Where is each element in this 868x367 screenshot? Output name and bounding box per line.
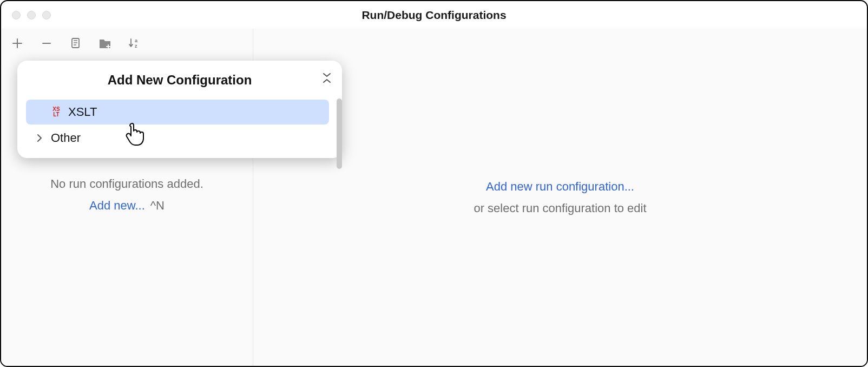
add-configuration-button[interactable] (11, 37, 24, 50)
remove-configuration-button[interactable] (40, 37, 53, 50)
sort-alpha-button[interactable]: az (128, 37, 141, 50)
select-hint-label: or select run configuration to edit (474, 201, 646, 215)
main-panel: Add new run configuration... or select r… (253, 29, 867, 366)
window-controls (1, 11, 51, 19)
popup-item-label: Other (48, 131, 81, 145)
add-new-shortcut: ^N (150, 199, 165, 213)
collapse-icon[interactable] (321, 71, 332, 87)
popup-item-label: XSLT (65, 105, 97, 119)
add-new-run-configuration-link[interactable]: Add new run configuration... (486, 180, 634, 194)
save-template-button[interactable] (98, 37, 111, 50)
maximize-window-button[interactable] (42, 11, 51, 19)
popup-item-other[interactable]: Other (26, 126, 329, 150)
window-titlebar: Run/Debug Configurations (1, 1, 867, 29)
popup-title: Add New Configuration (108, 73, 252, 88)
svg-text:z: z (135, 43, 137, 49)
minimize-window-button[interactable] (27, 11, 36, 19)
add-new-configuration-popup: Add New Configuration XS LT XSLT Other (17, 61, 342, 158)
window-title: Run/Debug Configurations (361, 9, 506, 22)
popup-list: XS LT XSLT Other (17, 96, 342, 154)
toolbar: az (1, 29, 253, 56)
no-configurations-label: No run configurations added. (50, 177, 203, 191)
popup-scrollbar[interactable] (337, 99, 342, 169)
xslt-icon: XS LT (48, 107, 65, 117)
add-new-link[interactable]: Add new... (89, 199, 145, 213)
close-window-button[interactable] (12, 11, 21, 19)
popup-item-xslt[interactable]: XS LT XSLT (26, 100, 329, 124)
chevron-right-icon (36, 134, 43, 142)
copy-configuration-button[interactable] (69, 37, 82, 50)
svg-text:a: a (135, 38, 138, 43)
